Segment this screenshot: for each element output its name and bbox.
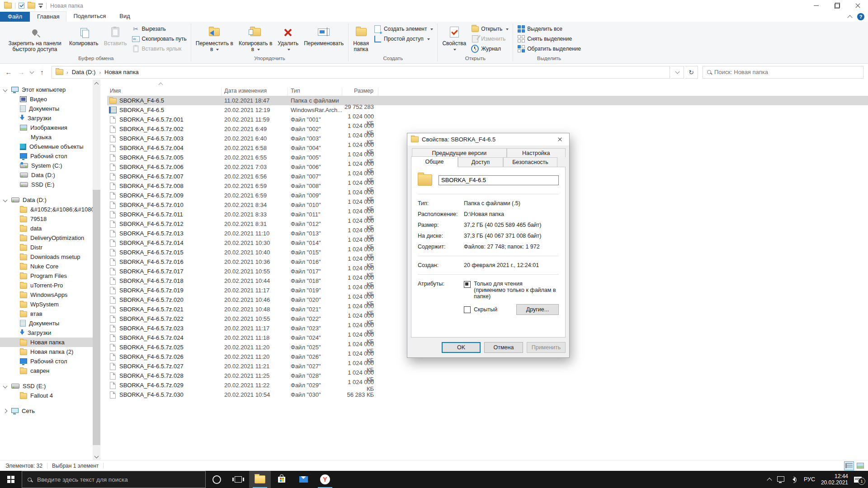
select-none-button[interactable]: Снять выделение — [515, 34, 583, 44]
new-item-button[interactable]: Создать элемент — [372, 24, 436, 34]
sidebar-item[interactable]: Загрузки — [0, 328, 93, 338]
sidebar-item[interactable]: SSD (E:) — [0, 180, 93, 189]
sidebar-item[interactable]: Новая папка — [0, 338, 93, 347]
tree-chevron-icon[interactable] — [3, 198, 8, 202]
sidebar-item[interactable]: 79518 — [0, 214, 93, 224]
sidebar-item[interactable]: Этот компьютер — [0, 85, 93, 94]
sidebar-item[interactable]: Рабочий стол — [0, 357, 93, 366]
dialog-close-icon[interactable] — [550, 133, 569, 145]
sidebar-item[interactable]: Nuke Core — [0, 262, 93, 271]
scrollbar-thumb[interactable] — [93, 190, 100, 445]
minimize-button[interactable] — [806, 0, 826, 11]
task-view-button[interactable] — [227, 471, 249, 488]
column-header[interactable]: Дата изменения — [222, 88, 288, 96]
sidebar-scrollbar[interactable] — [93, 80, 100, 460]
breadcrumb-item[interactable]: Data (D:) — [69, 66, 99, 78]
taskbar-mail[interactable] — [292, 471, 314, 488]
tab-главная[interactable]: Главная — [30, 11, 66, 22]
clock[interactable]: 12:44 20.02.2021 — [821, 473, 848, 486]
start-button[interactable] — [0, 471, 22, 488]
sidebar-item[interactable]: Объемные объекты — [0, 142, 93, 151]
new-folder-quick-icon[interactable] — [28, 3, 35, 9]
column-header[interactable]: Тип — [288, 88, 342, 96]
sidebar-item[interactable]: uTorrent-Pro — [0, 281, 93, 290]
taskbar-search[interactable] — [22, 471, 206, 488]
tree-chevron-icon[interactable] — [3, 384, 8, 389]
dialog-tab[interactable]: Настройка — [507, 148, 566, 157]
table-row[interactable]: SBORKA_F4-6.5.7z.02920.02.2021 11:22Файл… — [107, 380, 868, 390]
sidebar-item[interactable]: саврен — [0, 366, 93, 375]
tab-поделиться[interactable]: Поделиться — [66, 11, 113, 22]
thumbnails-view-icon[interactable] — [855, 461, 865, 470]
paste-shortcut-button[interactable]: Вставить ярлык — [130, 44, 189, 54]
sidebar-item[interactable]: Data (D:) — [0, 195, 93, 205]
sidebar-item[interactable]: Program Files — [0, 271, 93, 281]
other-attributes-button[interactable]: Другие... — [516, 304, 559, 315]
taskbar-file-explorer[interactable] — [249, 471, 271, 488]
address-dropdown-icon[interactable] — [671, 66, 684, 79]
tree-chevron-icon[interactable] — [3, 88, 8, 92]
table-row[interactable]: SBORKA_F4-6.5.7z.00120.02.2021 11:59Файл… — [107, 115, 868, 124]
cancel-button[interactable]: Отмена — [484, 342, 523, 353]
up-button[interactable]: ↑ — [36, 66, 48, 78]
network-icon[interactable] — [777, 476, 784, 482]
tab-file[interactable]: Файл — [0, 12, 30, 22]
readonly-checkbox[interactable] — [464, 281, 471, 288]
hidden-icons-chevron[interactable] — [767, 478, 772, 483]
history-button[interactable]: Журнал — [469, 44, 511, 54]
table-row[interactable]: SBORKA_F4-6.5.7z.03020.02.2021 10:54Файл… — [107, 390, 868, 399]
copy-path-button[interactable]: W... Скопировать путь — [130, 34, 189, 44]
language-indicator[interactable]: РУС — [804, 476, 815, 483]
sidebar-item[interactable]: WpSystem — [0, 300, 93, 309]
copy-to-button[interactable]: Копировать вв — [236, 23, 275, 56]
move-to-button[interactable]: Переместить вв — [193, 23, 236, 56]
help-icon[interactable]: ? — [857, 13, 864, 20]
breadcrumb-item[interactable]: Новая папка — [101, 66, 142, 78]
delete-button[interactable]: Удалить — [275, 23, 301, 56]
sidebar-item[interactable]: System (C:) — [0, 161, 93, 170]
column-header[interactable]: Имя — [107, 88, 222, 96]
taskbar-store[interactable] — [271, 471, 292, 488]
sidebar-item[interactable]: Сеть — [0, 406, 93, 416]
dialog-tab[interactable]: Предыдущие версии — [412, 148, 507, 157]
properties-quick-icon[interactable] — [19, 3, 24, 9]
sidebar-item[interactable]: SSD (E:) — [0, 381, 93, 391]
collapse-ribbon-icon[interactable] — [847, 15, 852, 20]
sidebar-item[interactable]: &#1052;&#1086;&#1080; &# — [0, 205, 93, 214]
dialog-tab[interactable]: Безопасность — [503, 157, 557, 167]
back-button[interactable]: ← — [3, 66, 14, 78]
refresh-icon[interactable]: ↻ — [685, 66, 698, 79]
scroll-down-icon[interactable] — [93, 453, 100, 460]
table-row[interactable]: SBORKA_F4-6.5.7z.02820.02.2021 11:25Файл… — [107, 371, 868, 380]
sidebar-item[interactable]: Загрузки — [0, 113, 93, 123]
details-view-icon[interactable] — [844, 461, 854, 470]
hidden-checkbox[interactable] — [464, 306, 471, 313]
sidebar-item[interactable]: Документы — [0, 319, 93, 328]
close-button[interactable] — [847, 0, 868, 11]
sidebar-item[interactable]: Data (D:) — [0, 170, 93, 180]
column-header[interactable]: Размер — [342, 88, 378, 96]
sidebar-item[interactable]: Музыка — [0, 132, 93, 142]
sidebar-item[interactable]: Новая папка (2) — [0, 347, 93, 357]
sidebar-item[interactable]: Видео — [0, 94, 93, 104]
cut-button[interactable]: ✂ Вырезать — [130, 24, 189, 34]
breadcrumb[interactable]: › Data (D:)›Новая папка — [52, 66, 670, 79]
dialog-tab[interactable]: Общие — [411, 156, 458, 167]
taskbar-search-input[interactable] — [36, 476, 174, 483]
scroll-up-icon[interactable] — [93, 80, 100, 87]
tree-chevron-icon[interactable] — [3, 409, 8, 413]
dialog-tab[interactable]: Доступ — [458, 157, 503, 167]
restore-button[interactable] — [826, 0, 847, 11]
forward-button[interactable]: → — [15, 66, 27, 78]
invert-selection-button[interactable]: Обратить выделение — [515, 44, 583, 54]
sidebar-item[interactable]: Fallout 4 — [0, 391, 93, 400]
copy-button[interactable]: Копировать — [66, 23, 101, 56]
apply-button[interactable]: Применить — [527, 342, 566, 353]
edit-button[interactable]: Изменить — [469, 34, 511, 44]
new-folder-button[interactable]: Новаяпапка — [350, 23, 372, 56]
sidebar-item[interactable]: Изображения — [0, 123, 93, 132]
ok-button[interactable]: OK — [442, 342, 481, 353]
sidebar-item[interactable]: Рабочий стол — [0, 151, 93, 161]
taskbar-yandex-browser[interactable]: Y — [314, 471, 336, 488]
pin-to-quick-access-button[interactable]: Закрепить на панели быстрого доступа — [3, 23, 66, 56]
